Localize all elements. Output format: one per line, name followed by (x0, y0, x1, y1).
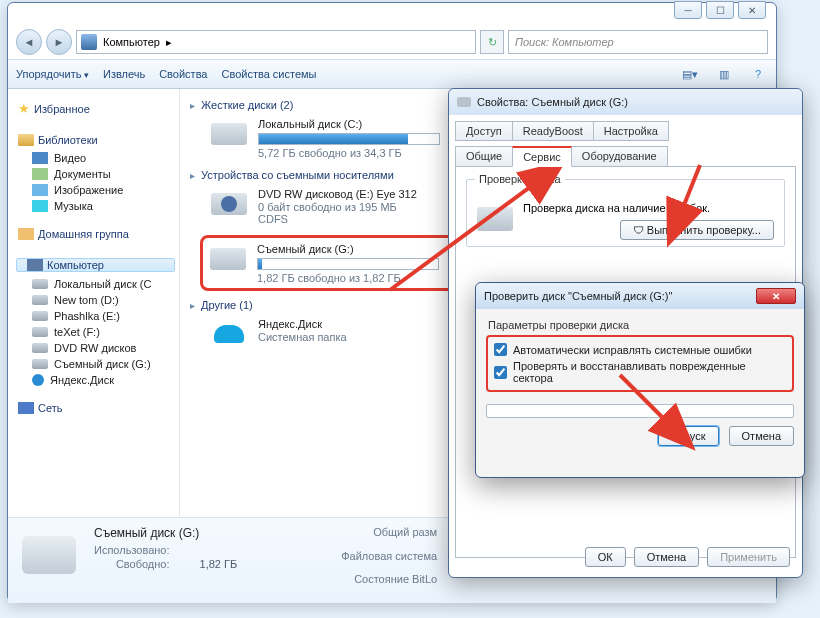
help-button[interactable]: ? (748, 64, 768, 84)
apply-button[interactable]: Применить (707, 547, 790, 567)
sidebar-item-texet[interactable]: teXet (F:) (18, 324, 175, 340)
cancel-button[interactable]: Отмена (729, 426, 794, 446)
nav-back-button[interactable]: ◄ (16, 29, 42, 55)
sidebar-homegroup[interactable]: Домашняя группа (18, 228, 175, 240)
properties-titlebar[interactable]: Свойства: Съемный диск (G:) (449, 89, 802, 115)
tab-customize[interactable]: Настройка (593, 121, 669, 141)
preview-pane-button[interactable]: ▥ (714, 64, 734, 84)
toolbar: Упорядочить Извлечь Свойства Свойства си… (8, 59, 776, 89)
music-icon (32, 200, 48, 212)
computer-icon (81, 34, 97, 50)
tb-organize[interactable]: Упорядочить (16, 68, 89, 80)
sidebar-item-dvd[interactable]: DVD RW дисков (18, 340, 175, 356)
star-icon: ★ (18, 101, 30, 116)
check-options-highlighted: Автоматически исправлять системные ошибк… (486, 335, 794, 392)
address-arrow: ▸ (166, 36, 172, 49)
tabs-row-2: Общие Сервис Оборудование (449, 140, 802, 166)
optical-icon (32, 343, 48, 353)
tab-hardware[interactable]: Оборудование (571, 146, 668, 167)
minimize-button[interactable]: ─ (674, 1, 702, 19)
start-button[interactable]: Запуск (658, 426, 718, 446)
tab-access[interactable]: Доступ (455, 121, 513, 141)
view-mode-button[interactable]: ▤▾ (680, 64, 700, 84)
tb-sysprops[interactable]: Свойства системы (221, 68, 316, 80)
sidebar-item-images[interactable]: Изображение (18, 182, 175, 198)
check-disk-dialog: Проверить диск "Съемный диск (G:)" ✕ Пар… (475, 282, 805, 478)
run-check-button[interactable]: 🛡 Выполнить проверку... (620, 220, 774, 240)
checkbox-fix-errors[interactable] (494, 343, 507, 356)
sidebar-item-local-c[interactable]: Локальный диск (C (18, 276, 175, 292)
check-disk-group: Проверка диска Проверка диска на наличие… (466, 179, 785, 247)
details-label: Использовано: (94, 544, 170, 556)
disk-icon (32, 359, 48, 369)
sidebar-item-newtom[interactable]: New tom (D:) (18, 292, 175, 308)
check-disk-titlebar[interactable]: Проверить диск "Съемный диск (G:)" ✕ (476, 283, 804, 309)
details-label: Состояние BitLo (341, 573, 437, 595)
check-options-legend: Параметры проверки диска (488, 319, 794, 331)
check-desc: Проверка диска на наличие ошибок. (523, 202, 774, 214)
sidebar-item-phashlka[interactable]: Phashlka (E:) (18, 308, 175, 324)
disk-icon (32, 279, 48, 289)
nav-forward-button[interactable]: ► (46, 29, 72, 55)
details-value: 1,82 ГБ (200, 558, 238, 570)
yadisk-large-icon (208, 317, 250, 351)
details-value (200, 544, 238, 556)
documents-icon (32, 168, 48, 180)
removable-drive-icon (207, 242, 249, 276)
tabs-row-1: Доступ ReadyBoost Настройка (449, 115, 802, 140)
opt-fix-errors[interactable]: Автоматически исправлять системные ошибк… (494, 341, 786, 358)
tab-general[interactable]: Общие (455, 146, 513, 167)
homegroup-icon (18, 228, 34, 240)
sidebar-item-video[interactable]: Видео (18, 150, 175, 166)
tab-readyboost[interactable]: ReadyBoost (512, 121, 594, 141)
details-drive-icon (22, 526, 80, 584)
sidebar-favorites[interactable]: ★Избранное (18, 101, 175, 116)
close-icon[interactable] (754, 94, 794, 110)
search-placeholder: Поиск: Компьютер (515, 36, 614, 48)
sidebar-libraries[interactable]: Библиотеки (18, 134, 175, 146)
capacity-bar (258, 133, 440, 145)
disk-icon (32, 295, 48, 305)
properties-title-text: Свойства: Съемный диск (G:) (477, 96, 628, 108)
refresh-button[interactable]: ↻ (480, 30, 504, 54)
video-icon (32, 152, 48, 164)
sidebar-computer[interactable]: Компьютер (16, 258, 175, 272)
details-label: Свободно: (94, 558, 170, 570)
ok-button[interactable]: ОК (585, 547, 626, 567)
disk-icon (32, 311, 48, 321)
sidebar-item-removable-g[interactable]: Съемный диск (G:) (18, 356, 175, 372)
details-title: Съемный диск (G:) (94, 526, 237, 540)
sidebar: ★Избранное Библиотеки Видео Документы Из… (8, 89, 180, 517)
tb-props[interactable]: Свойства (159, 68, 207, 80)
yadisk-icon (32, 374, 44, 386)
libraries-icon (18, 134, 34, 146)
hdd-icon (208, 117, 250, 151)
group-legend: Проверка диска (475, 173, 565, 185)
close-button[interactable]: ✕ (738, 1, 766, 19)
details-label: Файловая система (341, 550, 437, 572)
images-icon (32, 184, 48, 196)
tab-tools[interactable]: Сервис (512, 146, 572, 167)
address-text: Компьютер (103, 36, 160, 48)
search-input[interactable]: Поиск: Компьютер (508, 30, 768, 54)
checkbox-scan-sectors[interactable] (494, 366, 507, 379)
progress-bar (486, 404, 794, 418)
capacity-bar (257, 258, 439, 270)
sidebar-item-documents[interactable]: Документы (18, 166, 175, 182)
opt-scan-sectors[interactable]: Проверять и восстанавливать поврежденные… (494, 358, 786, 386)
optical-drive-icon (208, 187, 250, 221)
disk-icon (32, 327, 48, 337)
tb-extract[interactable]: Извлечь (103, 68, 145, 80)
maximize-button[interactable]: ☐ (706, 1, 734, 19)
network-icon (18, 402, 34, 414)
close-button[interactable]: ✕ (756, 288, 796, 304)
disk-icon (457, 97, 471, 107)
computer-icon (27, 259, 43, 271)
address-bar[interactable]: Компьютер ▸ (76, 30, 476, 54)
check-disk-title-text: Проверить диск "Съемный диск (G:)" (484, 290, 672, 302)
sidebar-item-music[interactable]: Музыка (18, 198, 175, 214)
sidebar-network[interactable]: Сеть (18, 402, 175, 414)
cancel-button[interactable]: Отмена (634, 547, 699, 567)
disk-check-icon (477, 207, 513, 231)
sidebar-item-yadisk[interactable]: Яндекс.Диск (18, 372, 175, 388)
